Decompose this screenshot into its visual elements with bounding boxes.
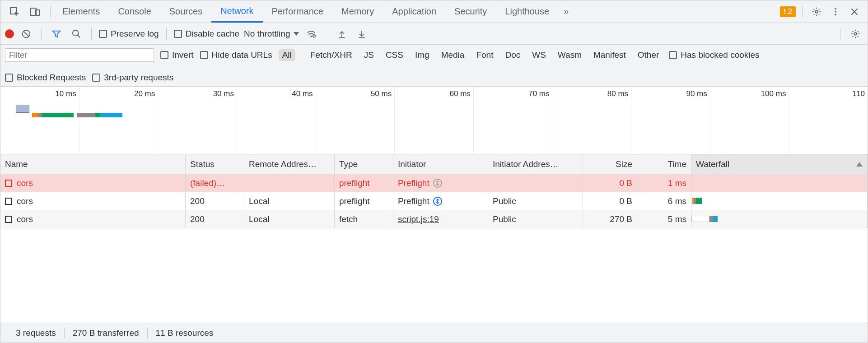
file-icon xyxy=(5,180,12,187)
search-icon[interactable] xyxy=(69,26,84,42)
tab-application[interactable]: Application xyxy=(383,0,445,23)
svg-point-5 xyxy=(835,11,836,13)
overview-selection[interactable] xyxy=(16,105,29,113)
status-resources: 11 B resources xyxy=(148,328,222,338)
type-pill-doc[interactable]: Doc xyxy=(501,49,524,61)
inspect-element-icon[interactable] xyxy=(7,4,22,19)
invert-label: Invert xyxy=(172,50,194,60)
cell-name: cors xyxy=(0,210,186,228)
type-pill-manifest[interactable]: Manifest xyxy=(590,49,630,61)
issues-badge[interactable]: ! 2 xyxy=(780,6,796,17)
type-pill-all[interactable]: All xyxy=(279,49,295,61)
initiator-text: Preflight xyxy=(398,196,429,206)
column-header[interactable]: Time xyxy=(637,154,691,174)
cell-waterfall xyxy=(691,192,868,210)
waterfall-segment xyxy=(691,216,709,222)
tab-elements[interactable]: Elements xyxy=(53,0,109,23)
overview-segment xyxy=(77,113,95,117)
devtools-tabs-bar: ElementsConsoleSourcesNetworkPerformance… xyxy=(0,0,868,23)
issues-count: 2 xyxy=(788,7,792,16)
overview-segment xyxy=(42,113,74,117)
cell-name: cors xyxy=(0,192,186,210)
network-settings-gear-icon[interactable] xyxy=(848,26,863,42)
overview-tick: 70 ms xyxy=(474,87,553,154)
waterfall-segment xyxy=(709,216,713,222)
type-pill-ws[interactable]: WS xyxy=(528,49,550,61)
table-row[interactable]: cors(failed)…preflightPreflight0 B1 ms xyxy=(0,174,868,192)
disable-cache-checkbox[interactable]: Disable cache xyxy=(174,29,239,39)
settings-gear-icon[interactable] xyxy=(809,4,824,19)
third-party-checkbox[interactable]: 3rd-party requests xyxy=(92,73,173,83)
table-header-row: NameStatusRemote Addres…TypeInitiatorIni… xyxy=(0,154,868,174)
column-header[interactable]: Status xyxy=(186,154,244,174)
svg-point-3 xyxy=(815,10,818,13)
type-pill-fetchxhr[interactable]: Fetch/XHR xyxy=(307,49,356,61)
panel-tabs: ElementsConsoleSourcesNetworkPerformance… xyxy=(53,0,558,23)
filter-icon[interactable] xyxy=(49,26,64,42)
type-pill-other[interactable]: Other xyxy=(634,49,663,61)
export-har-icon[interactable] xyxy=(354,26,369,42)
close-devtools-icon[interactable] xyxy=(847,4,862,19)
column-header[interactable]: Remote Addres… xyxy=(244,154,335,174)
cell-type: preflight xyxy=(335,174,393,192)
invert-checkbox[interactable]: Invert xyxy=(160,50,194,60)
network-filter-bar: Invert Hide data URLs AllFetch/XHRJSCSSI… xyxy=(0,45,868,87)
kebab-menu-icon[interactable] xyxy=(828,4,843,19)
tab-network[interactable]: Network xyxy=(211,0,262,23)
table-row[interactable]: cors200Localfetchscript.js:19Public270 B… xyxy=(0,210,868,228)
clear-log-icon[interactable] xyxy=(19,26,34,42)
cell-type: preflight xyxy=(335,192,393,210)
record-button[interactable] xyxy=(5,29,14,38)
table-row[interactable]: cors200LocalpreflightPreflightPublic0 B6… xyxy=(0,192,868,210)
import-har-icon[interactable] xyxy=(334,26,350,42)
timeline-overview[interactable]: 10 ms20 ms30 ms40 ms50 ms60 ms70 ms80 ms… xyxy=(0,87,868,154)
file-icon xyxy=(5,198,12,205)
type-pill-js[interactable]: JS xyxy=(360,49,378,61)
type-pill-wasm[interactable]: Wasm xyxy=(554,49,585,61)
tab-performance[interactable]: Performance xyxy=(263,0,333,23)
overview-tick: 100 ms xyxy=(710,87,789,154)
more-tabs-button[interactable]: » xyxy=(558,6,574,17)
has-blocked-cookies-checkbox[interactable]: Has blocked cookies xyxy=(669,50,759,60)
status-bar: 3 requests 270 B transferred 11 B resour… xyxy=(0,323,868,343)
blocked-requests-label: Blocked Requests xyxy=(17,73,86,83)
cell-type: fetch xyxy=(335,210,393,228)
overview-tick-label: 40 ms xyxy=(292,89,313,98)
column-header[interactable]: Type xyxy=(335,154,393,174)
cell-time: 1 ms xyxy=(637,174,691,192)
tab-sources[interactable]: Sources xyxy=(160,0,211,23)
network-conditions-icon[interactable] xyxy=(303,26,319,42)
throttling-dropdown[interactable]: No throttling xyxy=(244,29,299,39)
filter-input[interactable] xyxy=(5,48,154,62)
separator xyxy=(50,6,51,18)
tab-lighthouse[interactable]: Lighthouse xyxy=(496,0,558,23)
type-pill-img[interactable]: Img xyxy=(411,49,433,61)
column-header[interactable]: Size xyxy=(583,154,637,174)
overview-tick: 90 ms xyxy=(631,87,710,154)
toggle-device-toolbar-icon[interactable] xyxy=(28,4,43,19)
network-toolbar: Preserve log Disable cache No throttling xyxy=(0,23,868,45)
tab-memory[interactable]: Memory xyxy=(332,0,383,23)
initiator-text[interactable]: script.js:19 xyxy=(398,214,439,224)
cell-status: 200 xyxy=(186,192,244,210)
file-icon xyxy=(5,216,12,223)
overview-tick-label: 20 ms xyxy=(134,89,155,98)
column-header[interactable]: Initiator Addres… xyxy=(488,154,583,174)
tab-console[interactable]: Console xyxy=(109,0,160,23)
type-pill-media[interactable]: Media xyxy=(438,49,468,61)
preserve-log-checkbox[interactable]: Preserve log xyxy=(99,29,159,39)
tab-security[interactable]: Security xyxy=(445,0,496,23)
svg-point-4 xyxy=(835,8,836,9)
requests-table: NameStatusRemote Addres…TypeInitiatorIni… xyxy=(0,154,868,323)
type-pill-font[interactable]: Font xyxy=(472,49,497,61)
cell-initiator-address: Public xyxy=(488,192,583,210)
type-pill-css[interactable]: CSS xyxy=(382,49,407,61)
preflight-icon xyxy=(433,197,442,206)
column-header[interactable]: Waterfall xyxy=(691,154,868,174)
svg-point-8 xyxy=(73,30,79,36)
blocked-requests-checkbox[interactable]: Blocked Requests xyxy=(5,73,86,83)
hide-data-urls-checkbox[interactable]: Hide data URLs xyxy=(200,50,272,60)
column-header[interactable]: Initiator xyxy=(393,154,488,174)
column-header[interactable]: Name xyxy=(0,154,186,174)
separator xyxy=(91,28,92,40)
